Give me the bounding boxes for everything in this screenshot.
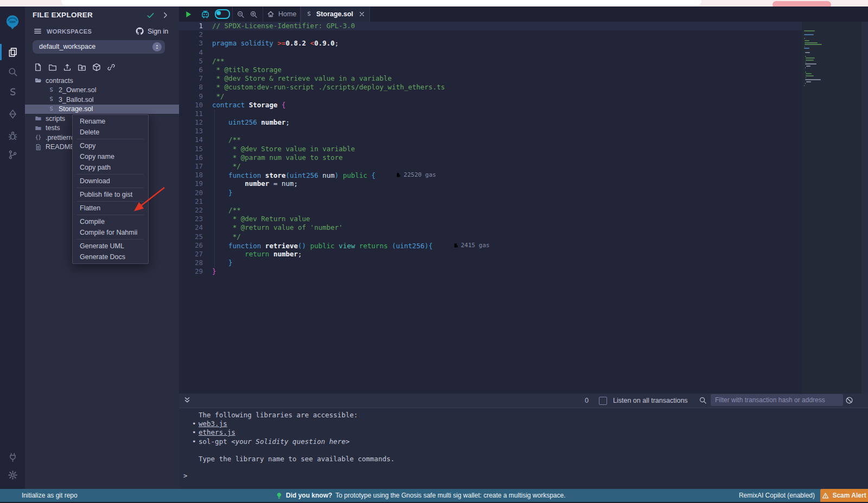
code-line-16[interactable]: 16 * @param num value to store [179, 153, 802, 162]
tab-home[interactable]: Home [267, 7, 296, 22]
workspace-select[interactable]: default_workspace [33, 40, 165, 54]
search-rail-item[interactable] [0, 62, 25, 81]
context-menu-item-generate-uml[interactable]: Generate UML [73, 241, 148, 252]
code-line-15[interactable]: 15 * @dev Store value in variable [179, 145, 802, 153]
code-line-3[interactable]: 3pragma solidity >=0.8.2 <0.9.0; [179, 39, 802, 48]
code-line-19[interactable]: 19 number = num; [179, 179, 802, 188]
new-file-button[interactable] [34, 63, 42, 72]
code-line-10[interactable]: 10contract Storage { [179, 101, 802, 109]
tree-item-storage-sol[interactable]: Storage.sol [25, 105, 202, 114]
tab-storage-sol[interactable]: Storage.sol [301, 7, 370, 22]
tree-item-2-owner-sol[interactable]: 2_Owner.sol [25, 86, 202, 95]
context-menu-item-generate-docs[interactable]: Generate Docs [73, 252, 148, 262]
terminal-prompt[interactable]: > [183, 472, 188, 480]
code-text: uint256 number; [212, 118, 290, 127]
code-line-29[interactable]: 29} [179, 267, 802, 276]
listen-checkbox[interactable] [599, 397, 607, 405]
code-editor[interactable]: 1// SPDX-License-Identifier: GPL-3.023pr… [179, 22, 802, 394]
close-tab-icon[interactable] [359, 11, 365, 17]
line-number: 16 [179, 153, 203, 162]
collapse-terminal-icon[interactable] [183, 396, 191, 404]
hamburger-menu-icon[interactable] [34, 27, 42, 35]
code-line-23[interactable]: 23 * @dev Return value [179, 215, 802, 223]
line-number: 22 [179, 206, 203, 215]
code-line-12[interactable]: 12 uint256 number; [179, 118, 802, 127]
new-folder-button[interactable] [48, 63, 57, 72]
zoom-out-button[interactable] [237, 7, 245, 22]
chevron-right-icon[interactable] [162, 11, 169, 19]
upload-folder-button[interactable] [78, 63, 86, 72]
transaction-filter-input[interactable] [711, 394, 843, 406]
upload-file-button[interactable] [63, 63, 72, 72]
code-line-13[interactable]: 13 [179, 127, 802, 136]
line-number: 1 [179, 22, 203, 30]
context-menu-item-download[interactable]: Download [73, 176, 148, 186]
code-text: * @return value of 'number' [212, 223, 343, 232]
library-link[interactable]: ethers.js [199, 428, 235, 436]
code-line-7[interactable]: 7 * @dev Store & retrieve value in a var… [179, 74, 802, 83]
context-menu-item-copy-name[interactable]: Copy name [73, 151, 148, 162]
code-line-28[interactable]: 28 } [179, 259, 802, 267]
line-number: 20 [179, 189, 203, 197]
plugin-manager-rail-item[interactable] [0, 448, 25, 466]
context-menu-item-copy-path[interactable]: Copy path [73, 162, 148, 173]
code-line-1[interactable]: 1// SPDX-License-Identifier: GPL-3.0 [179, 22, 802, 30]
code-line-24[interactable]: 24 * @return value of 'number' [179, 223, 802, 232]
terminal-line: •web3.js [179, 420, 868, 428]
code-line-11[interactable]: 11 [179, 109, 802, 118]
file-explorer-rail-item[interactable] [0, 43, 25, 61]
copilot-status[interactable]: RemixAI Copilot (enabled) [739, 492, 815, 499]
context-menu-item-publish-file-to-gist[interactable]: Publish file to gist [73, 189, 148, 200]
git-rail-item[interactable] [0, 145, 25, 164]
library-link[interactable]: web3.js [199, 420, 227, 428]
run-script-button[interactable] [184, 7, 193, 22]
line-number: 7 [179, 74, 203, 83]
init-git-repo-button[interactable]: Initialize as git repo [22, 492, 78, 499]
debugger-rail-item[interactable] [0, 126, 25, 145]
clear-console-icon[interactable] [845, 396, 853, 404]
line-number: 23 [179, 215, 203, 223]
scam-alert-badge[interactable]: Scam Alert [820, 489, 868, 502]
code-line-6[interactable]: 6 * @title Storage [179, 66, 802, 74]
sign-in-button[interactable]: Sign in [148, 28, 168, 35]
context-menu-divider [77, 139, 144, 139]
code-line-20[interactable]: 20 } [179, 189, 802, 197]
tree-item-contracts[interactable]: contracts [25, 76, 189, 86]
solidity-compiler-rail-item[interactable] [0, 83, 25, 101]
code-line-26[interactable]: 26 function retrieve() public view retur… [179, 241, 802, 250]
terminal-output[interactable]: The following libraries are accessible:•… [179, 408, 868, 489]
code-text: } [212, 189, 233, 197]
code-line-22[interactable]: 22 /** [179, 206, 802, 215]
code-line-27[interactable]: 27 return number; [179, 250, 802, 259]
minimap[interactable] [802, 22, 868, 394]
context-menu-item-compile-for-nahmii[interactable]: Compile for Nahmii [73, 227, 148, 238]
code-line-17[interactable]: 17 */ [179, 162, 802, 171]
code-line-25[interactable]: 25 */ [179, 233, 802, 241]
context-menu-item-compile[interactable]: Compile [73, 216, 148, 227]
code-line-5[interactable]: 5/** [179, 57, 802, 66]
import-url-button[interactable] [107, 63, 116, 72]
settings-rail-item[interactable] [0, 466, 25, 484]
context-menu-item-flatten[interactable]: Flatten [73, 203, 148, 214]
line-number: 17 [179, 162, 203, 171]
code-line-9[interactable]: 9 */ [179, 92, 802, 101]
context-menu-item-delete[interactable]: Delete [73, 127, 148, 138]
minimap-line [806, 66, 810, 67]
code-line-2[interactable]: 2 [179, 30, 802, 39]
code-line-4[interactable]: 4 [179, 48, 802, 57]
copilot-toggle[interactable] [215, 7, 230, 22]
context-menu-item-rename[interactable]: Rename [73, 116, 148, 127]
ai-copilot-icon[interactable] [201, 7, 210, 22]
code-line-14[interactable]: 14 /** [179, 136, 802, 144]
context-menu-item-copy[interactable]: Copy [73, 140, 148, 151]
deploy-run-rail-item[interactable] [0, 105, 25, 123]
scrollbar-track[interactable] [861, 22, 868, 394]
code-line-8[interactable]: 8 * @custom:dev-run-script ./scripts/dep… [179, 83, 802, 92]
minimap-line [806, 77, 806, 78]
zoom-in-button[interactable] [250, 7, 258, 22]
code-line-18[interactable]: 18 function store(uint256 num) public {2… [179, 171, 802, 179]
code-line-21[interactable]: 21 [179, 197, 802, 206]
line-number: 12 [179, 118, 203, 127]
tree-item-3-ballot-sol[interactable]: 3_Ballot.sol [25, 95, 202, 105]
import-ipfs-button[interactable] [92, 63, 101, 72]
